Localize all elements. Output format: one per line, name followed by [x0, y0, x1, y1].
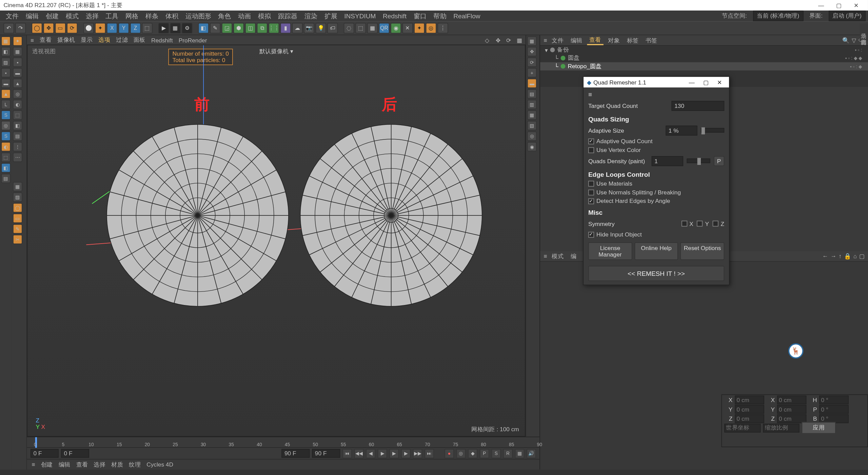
- palette-icon[interactable]: ◐: [13, 100, 22, 109]
- search-icon[interactable]: 🔍: [842, 37, 849, 43]
- target-quad-field[interactable]: [672, 101, 725, 111]
- palette-icon[interactable]: ✎: [13, 224, 22, 234]
- paint-button[interactable]: P: [714, 156, 724, 166]
- menu-item[interactable]: 创建: [42, 12, 62, 20]
- generator-icon[interactable]: ◲: [222, 23, 232, 33]
- nav-icon[interactable]: ▥: [527, 100, 537, 109]
- vp-menu-item[interactable]: 显示: [81, 36, 93, 44]
- use-materials-checkbox[interactable]: Use Materials: [588, 180, 724, 187]
- plugin1-icon[interactable]: ◉: [391, 23, 401, 33]
- nav-icon[interactable]: ▦: [527, 36, 537, 46]
- cloner-icon[interactable]: ⋮⋮: [269, 23, 279, 33]
- snap-icon[interactable]: ◎: [1, 121, 11, 130]
- plugin2-icon[interactable]: ✕: [402, 23, 413, 33]
- vp-menu-item[interactable]: ProRender: [179, 37, 207, 43]
- texture-mode-icon[interactable]: ▨: [1, 58, 11, 67]
- online-help-button[interactable]: Online Help: [634, 242, 678, 260]
- nav-icon[interactable]: ✥: [527, 47, 537, 56]
- palette-icon[interactable]: ▲: [13, 79, 22, 88]
- snap2-icon[interactable]: S: [1, 131, 11, 141]
- rot-h-field[interactable]: [819, 395, 848, 404]
- scale-icon[interactable]: ▭: [55, 23, 66, 33]
- tab-item[interactable]: 材质: [111, 460, 123, 469]
- model-mode-icon[interactable]: ▦: [1, 36, 11, 46]
- sym-x-checkbox[interactable]: X: [681, 221, 693, 227]
- tag-icon[interactable]: 🏷: [327, 23, 338, 33]
- filter-icon[interactable]: ▽: [852, 37, 856, 43]
- qr-minimize-button[interactable]: —: [685, 79, 698, 86]
- menu-item[interactable]: 编辑: [22, 12, 42, 20]
- redo-button[interactable]: ↷: [15, 23, 26, 33]
- om-tab[interactable]: 标签: [625, 36, 641, 44]
- nodespace-dropdown[interactable]: 当前 (标准/物理): [753, 11, 803, 21]
- autokey-icon[interactable]: ◎: [456, 449, 466, 458]
- nav-icon[interactable]: ⟳: [527, 58, 537, 67]
- instance-icon[interactable]: ⧉: [257, 23, 268, 33]
- vp-menu-item[interactable]: 查看: [40, 36, 52, 44]
- object-name[interactable]: 圆盘: [568, 54, 580, 62]
- live-select-icon[interactable]: ◯: [32, 23, 42, 33]
- hide-input-checkbox[interactable]: Hide Input Object: [588, 231, 724, 238]
- tab-item[interactable]: 选择: [94, 460, 105, 469]
- hamburger-icon[interactable]: ≡: [588, 91, 724, 98]
- attr-tab[interactable]: 编: [568, 252, 579, 260]
- qr-icon[interactable]: QR: [379, 23, 389, 33]
- plugin5-icon[interactable]: ⋮: [437, 23, 448, 33]
- vp-nav-icon[interactable]: ▦: [517, 37, 522, 43]
- param-key-icon[interactable]: ▦: [515, 449, 525, 458]
- palette-icon[interactable]: ⋯: [13, 153, 22, 162]
- visibility-toggles[interactable]: ▪ ▫ : ◆ ◆: [845, 55, 868, 61]
- nav-icon[interactable]: ▤: [527, 89, 537, 99]
- nav-fwd-icon[interactable]: →: [830, 253, 836, 260]
- deformer-icon[interactable]: ▮: [280, 23, 291, 33]
- rot-b-field[interactable]: [819, 414, 848, 423]
- om-tab[interactable]: 查看: [587, 36, 603, 45]
- vp-nav-icon[interactable]: ⟳: [506, 37, 511, 43]
- adaptive-count-checkbox[interactable]: Adaptive Quad Count: [588, 138, 724, 144]
- remesh-button[interactable]: << REMESH IT ! >>: [588, 266, 724, 281]
- palette-icon[interactable]: ⋮: [13, 142, 22, 152]
- field-icon[interactable]: ⬚: [355, 23, 366, 33]
- nav-icon[interactable]: ◎: [527, 131, 537, 141]
- environment-icon[interactable]: ☁: [292, 23, 302, 33]
- vp-menu-item[interactable]: 选项: [98, 36, 110, 44]
- coord-sys-icon[interactable]: ⬚: [142, 23, 153, 33]
- volume-icon[interactable]: ◌: [344, 23, 354, 33]
- object-name[interactable]: Retopo_圆盘: [568, 62, 602, 70]
- prev-key-icon[interactable]: ◀◀: [354, 449, 364, 458]
- object-mode-icon[interactable]: ◧: [1, 47, 11, 56]
- vp-menu-item[interactable]: 摄像机: [57, 36, 75, 44]
- om-tab[interactable]: 编辑: [568, 36, 585, 44]
- sym-y-checkbox[interactable]: Y: [697, 221, 709, 227]
- next-key-icon[interactable]: ▶▶: [413, 449, 422, 458]
- menu-item[interactable]: 跟踪器: [274, 12, 301, 20]
- render-view-icon[interactable]: ▶: [158, 23, 169, 33]
- subdiv-icon[interactable]: ⬢: [233, 23, 244, 33]
- point-mode-icon[interactable]: ▪: [1, 68, 11, 78]
- render-settings-icon[interactable]: ⚙: [182, 23, 192, 33]
- layout-dropdown[interactable]: 启动 (用户): [828, 11, 866, 21]
- nav-icon[interactable]: ◉: [527, 142, 537, 152]
- object-name[interactable]: 备份: [557, 46, 569, 54]
- tab-item[interactable]: 查看: [76, 460, 88, 469]
- palette-icon[interactable]: ◧: [13, 121, 22, 130]
- x-axis-icon[interactable]: X: [107, 23, 117, 33]
- palette-icon[interactable]: ▦: [13, 182, 22, 191]
- maximize-button[interactable]: ▢: [830, 2, 847, 8]
- close-button[interactable]: ✕: [848, 2, 864, 8]
- tab-item[interactable]: 纹理: [129, 460, 141, 469]
- vp-menu-item[interactable]: Redshift: [151, 37, 173, 43]
- palette-icon[interactable]: ✦: [13, 36, 22, 46]
- qr-maximize-button[interactable]: ▢: [700, 79, 712, 86]
- workplane-icon[interactable]: S: [1, 110, 11, 120]
- visibility-toggles[interactable]: ▪ ▫ : ◆: [850, 64, 868, 69]
- scale-key-icon[interactable]: S: [491, 449, 501, 458]
- object-row[interactable]: └ Retopo_圆盘 ▪ ▫ : ◆: [540, 62, 868, 70]
- attr-tab[interactable]: 模式: [549, 252, 566, 260]
- nav-up-icon[interactable]: ↑: [839, 253, 842, 260]
- pos-x-field[interactable]: [735, 395, 764, 404]
- axis-lock-icon[interactable]: ✦: [95, 23, 105, 33]
- grid-icon[interactable]: ▦: [367, 23, 378, 33]
- vertex-color-checkbox[interactable]: Use Vertex Color: [588, 147, 724, 153]
- rotate-icon[interactable]: ⟳: [67, 23, 77, 33]
